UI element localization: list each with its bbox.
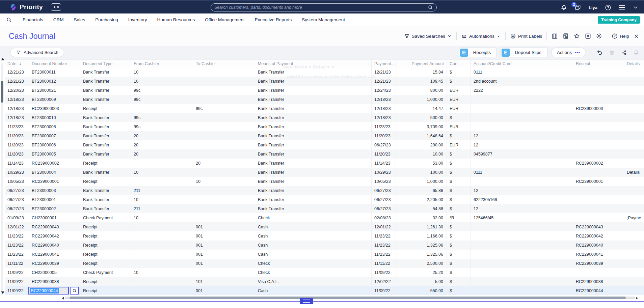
cell-to-cashier[interactable]	[193, 113, 255, 122]
cell-curr[interactable]: $	[447, 195, 471, 204]
cell-payment-amount[interactable]: 5.00	[396, 277, 447, 286]
cell-means-of-payment[interactable]: Bank Transfer	[255, 149, 372, 159]
scroll-down-arrow[interactable]	[1, 291, 4, 294]
cell-from-cashier[interactable]: 20	[131, 149, 193, 159]
priority-logo[interactable]: Priority	[9, 3, 43, 11]
cell-to-cashier[interactable]: 001	[193, 286, 255, 295]
cell-document-type[interactable]: Bank Transfer	[80, 131, 131, 140]
table-row[interactable]: 11/14/23RC239000002Receipt20Bank Transfe…	[5, 159, 644, 168]
cell-curr[interactable]: $	[447, 159, 471, 168]
cell-document-number[interactable]: BT23000005	[29, 149, 80, 159]
cell-to-cashier[interactable]: 101	[193, 277, 255, 286]
cell-payment-amount[interactable]: 550.00	[396, 286, 447, 295]
cell-to-cashier[interactable]: 001	[193, 259, 255, 268]
cell-receipt[interactable]: RC239000003	[573, 104, 624, 113]
cell-details[interactable]	[624, 159, 644, 168]
cell-document-type[interactable]: Bank Transfer	[80, 86, 131, 95]
cell-document-number[interactable]: BT23000006	[29, 140, 80, 149]
cell-details[interactable]	[624, 104, 644, 113]
cell-details[interactable]	[624, 250, 644, 259]
cell-details[interactable]	[624, 113, 644, 122]
cell-means-of-payment[interactable]: Bank Transfer	[255, 122, 372, 131]
cell-means-of-payment[interactable]: Bank Transfer	[255, 168, 372, 177]
cell-details[interactable]	[624, 277, 644, 286]
cell-from-cashier[interactable]: 10	[131, 195, 193, 204]
cell-account-credit-card[interactable]: 04599877	[471, 149, 573, 159]
cell-from-cashier[interactable]: 99c	[131, 86, 193, 95]
cell-payment-[interactable]: 06/27/23	[372, 204, 396, 213]
cell-date[interactable]: 12/20/23	[5, 86, 29, 95]
cell-means-of-payment[interactable]: Check	[255, 259, 372, 268]
cell-account-credit-card[interactable]: 12	[471, 131, 573, 140]
cell-curr[interactable]: EUR	[447, 86, 471, 95]
cell-document-type[interactable]: Receipt	[80, 250, 131, 259]
cell-to-cashier[interactable]	[193, 95, 255, 104]
cell-document-number[interactable]: CH22000005	[29, 268, 80, 277]
cell-account-credit-card[interactable]	[471, 222, 573, 231]
cell-document-number[interactable]: BT23000021	[29, 86, 80, 95]
cell-curr[interactable]: $	[447, 168, 471, 177]
column-header-document-number[interactable]: Document Number	[29, 60, 80, 67]
cell-details[interactable]	[624, 204, 644, 213]
cell-means-of-payment[interactable]: Cash	[255, 250, 372, 259]
table-row[interactable]: 11/23/22RC229000042Receipt001Cash11/23/2…	[5, 231, 644, 241]
cell-date[interactable]: 06/27/23	[5, 186, 29, 195]
table-row[interactable]: 11/23/22RC229000041Receipt001Cash11/23/2…	[5, 250, 644, 259]
cell-document-type[interactable]: Check Payment	[80, 213, 131, 222]
automations-button[interactable]: Automations	[461, 33, 501, 39]
cell-document-number[interactable]: BT23000010	[29, 113, 80, 122]
cell-payment-amount[interactable]: 500.00	[396, 113, 447, 122]
table-row[interactable]: 11/09/22Receipt001Cash11/09/22550.00$RC2…	[5, 286, 644, 295]
cell-payment-[interactable]: 11/23/22	[372, 241, 396, 250]
cell-payment-[interactable]: 12/18/23	[372, 95, 396, 104]
cell-document-type[interactable]: Bank Transfer	[80, 204, 131, 213]
cell-payment-amount[interactable]: 32.00	[396, 213, 447, 222]
collapse-topbar-button[interactable]	[633, 4, 639, 10]
cell-from-cashier[interactable]	[131, 222, 193, 231]
cell-details[interactable]	[624, 231, 644, 241]
cell-means-of-payment[interactable]: Bank Transfer	[255, 204, 372, 213]
table-row[interactable]: 11/20/23BT23000007Bank Transfer20Bank Tr…	[5, 131, 644, 140]
cell-means-of-payment[interactable]: Bank Transfer	[255, 177, 372, 186]
scroll-left-arrow[interactable]	[62, 297, 64, 300]
cell-to-cashier[interactable]: 001	[193, 250, 255, 259]
cell-payment-[interactable]: 11/23/22	[372, 231, 396, 241]
cell-payment-amount[interactable]: 54.88	[396, 204, 447, 213]
column-header-curr[interactable]: Curr	[447, 60, 471, 67]
vertical-scrollbar[interactable]	[1, 63, 3, 295]
cell-date[interactable]: 11/09/22	[5, 277, 29, 286]
table-row[interactable]: 11/23/22RC229000040Receipt001Cash11/23/2…	[5, 241, 644, 250]
cell-account-credit-card[interactable]: 2nd account	[471, 77, 573, 86]
favorites-menu-icon[interactable]: ★	[51, 3, 61, 11]
cell-receipt[interactable]: RC229000039	[573, 259, 624, 268]
document-search-button[interactable]	[562, 33, 569, 39]
cell-curr[interactable]: $	[447, 268, 471, 277]
cell-from-cashier[interactable]: 20	[131, 140, 193, 149]
cell-document-number[interactable]: CH23000001	[29, 213, 80, 222]
cell-receipt[interactable]: RC229000041	[573, 250, 624, 259]
cell-payment-[interactable]: 11/20/23	[372, 131, 396, 140]
cell-means-of-payment[interactable]: Cash	[255, 231, 372, 241]
cell-date[interactable]: 12/21/23	[5, 67, 29, 77]
cell-payment-[interactable]: 11/23/22	[372, 250, 396, 259]
cell-payment-[interactable]: 12/24/23	[372, 86, 396, 95]
cell-means-of-payment[interactable]: Check	[255, 268, 372, 277]
table-row[interactable]: 06/27/23BT23000002Bank Transfer211Bank T…	[5, 204, 644, 213]
company-badge[interactable]: Training Company	[598, 16, 640, 24]
cell-account-credit-card[interactable]: 0111	[471, 67, 573, 77]
cell-to-cashier[interactable]	[193, 195, 255, 204]
cell-document-number[interactable]: RC239000001	[29, 177, 80, 186]
cell-account-credit-card[interactable]	[471, 95, 573, 104]
cell-payment-[interactable]: 06/27/23	[372, 186, 396, 195]
deposit-slips-button[interactable]: Deposit Slips	[501, 48, 547, 57]
cell-to-cashier[interactable]	[193, 67, 255, 77]
cell-receipt[interactable]: RC229000038	[573, 277, 624, 286]
cell-means-of-payment[interactable]: Bank Transfer	[255, 140, 372, 149]
menu-item-office-management[interactable]: Office Management	[205, 17, 245, 22]
export-excel-button[interactable]	[585, 33, 591, 39]
cell-document-type[interactable]: Receipt	[80, 231, 131, 241]
cell-curr[interactable]: EUR	[447, 104, 471, 113]
cell-account-credit-card[interactable]: 2222	[471, 86, 573, 95]
cell-details[interactable]	[624, 268, 644, 277]
menu-item-human-resources[interactable]: Human Resources	[157, 17, 195, 22]
